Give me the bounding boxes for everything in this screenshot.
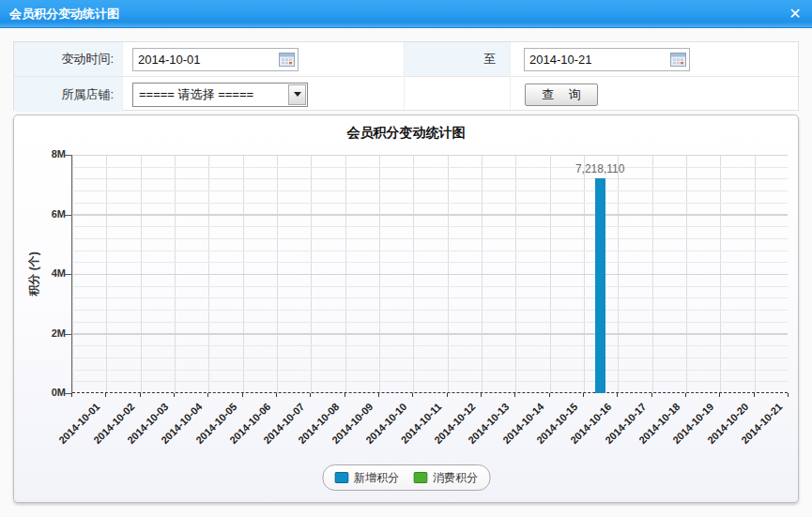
- x-axis-tick: [651, 393, 652, 397]
- x-axis-tick: [549, 393, 550, 397]
- from-date-input[interactable]: [133, 49, 298, 70]
- dialog-title: 会员积分变动统计图: [9, 0, 119, 27]
- query-cell: 查 询: [511, 77, 800, 112]
- shop-select-cell: ===== 请选择 =====: [123, 77, 405, 112]
- legend-item-new-points[interactable]: 新增积分: [334, 470, 399, 486]
- filter-form: 变动时间: 至: [13, 41, 799, 111]
- x-axis-tick: [140, 393, 141, 397]
- x-axis-tick: [276, 393, 277, 397]
- y-axis-tick-label: 8M: [32, 148, 66, 160]
- legend-label: 消费积分: [433, 470, 478, 486]
- to-date-input[interactable]: [525, 49, 689, 70]
- x-axis-tick: [685, 393, 686, 397]
- bar-value-label: 7,218,110: [575, 162, 625, 175]
- chart-title: 会员积分变动统计图: [14, 125, 798, 142]
- y-axis-tick-label: 0M: [32, 387, 66, 398]
- x-axis-tick: [345, 393, 345, 397]
- from-date-field[interactable]: [132, 48, 299, 71]
- y-axis-tick: [65, 274, 71, 275]
- chart-legend: 新增积分 消费积分: [322, 464, 490, 491]
- x-axis-tick: [242, 393, 243, 397]
- legend-item-consumed-points[interactable]: 消费积分: [413, 470, 478, 486]
- x-axis-tick: [378, 393, 379, 397]
- x-axis-tick: [447, 393, 448, 397]
- dropdown-arrow-button[interactable]: [288, 84, 306, 105]
- x-axis-tick: [105, 393, 106, 397]
- shop-select[interactable]: ===== 请选择 =====: [132, 83, 308, 107]
- to-label: 至: [405, 42, 511, 77]
- calendar-icon[interactable]: [670, 53, 686, 67]
- x-axis-tick: [174, 393, 175, 397]
- x-axis-tick: [412, 393, 413, 397]
- from-date-cell: [123, 42, 405, 77]
- empty-cell: [405, 77, 511, 112]
- close-icon[interactable]: ✕: [787, 6, 804, 23]
- shop-select-value: ===== 请选择 =====: [139, 84, 253, 106]
- dialog-titlebar: 会员积分变动统计图 ✕: [0, 0, 812, 28]
- y-axis-tick-label: 4M: [32, 267, 66, 279]
- x-axis-tick: [207, 393, 208, 397]
- x-axis-tick: [617, 393, 618, 397]
- y-axis-tick-label: 2M: [32, 327, 66, 339]
- x-axis-tick: [481, 393, 482, 397]
- x-axis-tick: [310, 393, 311, 397]
- plot-area: [71, 155, 788, 393]
- change-time-label: 变动时间:: [14, 42, 123, 77]
- y-axis-tick: [65, 215, 71, 216]
- to-date-field[interactable]: [524, 48, 690, 71]
- x-axis-tick: [754, 393, 755, 397]
- legend-swatch-green: [413, 472, 427, 483]
- x-axis-tick: [719, 393, 720, 397]
- x-axis-tick: [71, 393, 72, 397]
- x-axis-tick: [514, 393, 515, 397]
- chart-panel: 会员积分变动统计图 积分 (个) 新增积分 消费积分 0M2M4M6M8M201…: [13, 114, 799, 503]
- calendar-icon[interactable]: [279, 53, 295, 67]
- legend-label: 新增积分: [354, 470, 399, 486]
- y-axis-tick: [65, 334, 71, 335]
- x-axis-tick: [583, 393, 584, 397]
- y-axis-tick-label: 6M: [32, 208, 66, 220]
- shop-label: 所属店铺:: [14, 77, 123, 112]
- y-axis-tick: [65, 393, 71, 394]
- y-axis-tick: [65, 155, 71, 156]
- bar-新增积分[interactable]: [595, 178, 605, 393]
- query-button[interactable]: 查 询: [525, 84, 598, 106]
- chevron-down-icon: [294, 92, 301, 97]
- x-axis-category-label: 2014-10-01: [41, 401, 102, 462]
- to-date-cell: [511, 42, 800, 77]
- x-axis-tick: [788, 393, 789, 397]
- legend-swatch-blue: [334, 472, 348, 483]
